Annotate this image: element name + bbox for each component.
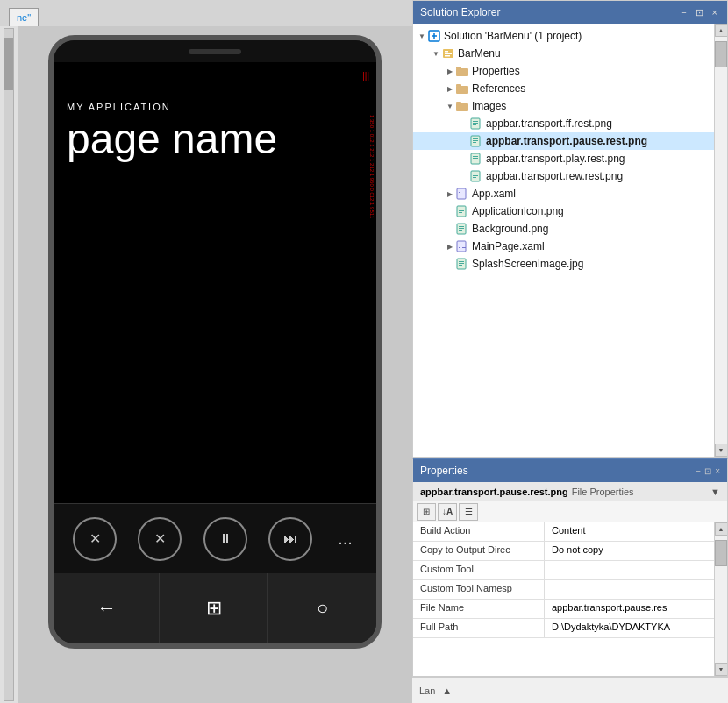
tree-arrow-solution[interactable]: ▼	[417, 32, 427, 40]
svg-rect-32	[459, 212, 462, 213]
tree-item-img4[interactable]: appbar.transport.rew.rest.png	[413, 167, 714, 185]
prop-row-3[interactable]: Custom Tool Namesp	[413, 580, 714, 600]
nav-back-btn[interactable]: ←	[54, 573, 160, 643]
prop-value-4[interactable]: appbar.transport.pause.res	[545, 600, 714, 618]
prop-scroll-thumb[interactable]	[715, 540, 727, 566]
appbar-btn-skip[interactable]: ⏭	[268, 517, 312, 561]
svg-rect-16	[473, 138, 478, 139]
tree-item-img2[interactable]: appbar.transport.pause.rest.png	[413, 132, 714, 150]
skip-icon: ⏭	[283, 531, 297, 547]
tree-item-appxaml[interactable]: ▶ App.xaml	[413, 185, 714, 202]
prop-name-4: File Name	[413, 600, 545, 618]
nav-home-btn[interactable]: ⊞	[162, 573, 268, 643]
prop-value-3[interactable]	[545, 580, 714, 599]
tree-label-references: References	[472, 82, 525, 95]
tree-item-references[interactable]: ▶ References	[413, 80, 714, 97]
tree-item-mainpage[interactable]: ▶ MainPage.xaml	[413, 238, 714, 255]
solution-explorer-title: Solution Explorer	[420, 6, 500, 18]
scroll-up-btn[interactable]: ▲	[715, 24, 728, 37]
tree-item-splash[interactable]: SplashScreenImage.jpg	[413, 255, 714, 273]
bottom-arrow[interactable]: ▲	[442, 685, 452, 696]
prop-row-1[interactable]: Copy to Output DirecDo not copy	[413, 542, 714, 561]
tree-item-img1[interactable]: appbar.transport.ff.rest.png	[413, 115, 714, 132]
svg-rect-34	[459, 226, 464, 227]
prop-scroll-track[interactable]	[715, 536, 727, 663]
nav-search-btn[interactable]: ○	[270, 573, 375, 643]
tree-item-properties[interactable]: ▶ Properties	[413, 62, 714, 80]
svg-rect-4	[445, 55, 450, 57]
tree-icon-img2	[469, 134, 483, 148]
scrollbar-thumb[interactable]	[4, 38, 13, 90]
partial-tab[interactable]: ne"	[9, 8, 39, 26]
prop-row-5[interactable]: Full PathD:\Dydaktyka\DYDAKTYKA	[413, 619, 714, 638]
bottom-label: Lan	[419, 685, 435, 696]
prop-value-1[interactable]: Do not copy	[545, 542, 714, 560]
tree-label-mainpage: MainPage.xaml	[472, 240, 545, 252]
tree-icon-splash	[455, 257, 469, 271]
scrollbar-track[interactable]	[4, 28, 14, 701]
phone-status-bar: |||	[54, 62, 376, 89]
prop-dock-icon[interactable]: ⊡	[704, 466, 711, 476]
tree-item-appicon[interactable]: ApplicationIcon.png	[413, 202, 714, 220]
tree-arrow-references[interactable]: ▶	[445, 85, 455, 93]
phone-appbar: ✕ ✕ ⏸ ⏭ ...	[54, 503, 376, 573]
appbar-btn-delete[interactable]: ✕	[138, 517, 182, 561]
appbar-more-btn[interactable]: ...	[333, 524, 357, 553]
scroll-thumb[interactable]	[715, 41, 727, 67]
status-icons: |||	[362, 71, 369, 81]
close-btn[interactable]: ×	[710, 6, 720, 18]
file-props-dropdown[interactable]: ▼	[710, 486, 720, 497]
prop-value-2[interactable]	[545, 561, 714, 579]
tree-item-background[interactable]: Background.png	[413, 220, 714, 238]
properties-scrollbar[interactable]: ▲ ▼	[714, 522, 727, 676]
scroll-down-btn[interactable]: ▼	[715, 444, 728, 457]
svg-rect-26	[473, 177, 476, 178]
properties-grid: Build ActionContentCopy to Output DirecD…	[413, 522, 714, 676]
tree-item-solution[interactable]: ▼ Solution 'BarMenu' (1 project)	[413, 27, 714, 45]
back-icon: ←	[97, 597, 117, 620]
properties-panel: Properties − ⊡ × appbar.transport.pause.…	[412, 458, 728, 677]
phone-mockup: ||| MY APPLICATION page name 1 350 1 012…	[18, 26, 412, 703]
prop-row-2[interactable]: Custom Tool	[413, 561, 714, 580]
prop-row-4[interactable]: File Nameappbar.transport.pause.res	[413, 600, 714, 619]
tree-arrow-images[interactable]: ▼	[445, 103, 455, 110]
phone-app-title: MY APPLICATION	[67, 102, 363, 112]
prop-value-5[interactable]: D:\Dydaktyka\DYDAKTYKA	[545, 619, 714, 637]
tree-item-images[interactable]: ▼ Images	[413, 97, 714, 115]
prop-close-icon[interactable]: ×	[715, 466, 720, 476]
svg-rect-7	[456, 86, 468, 94]
tree-arrow-appxaml[interactable]: ▶	[445, 190, 455, 198]
svg-rect-22	[473, 160, 476, 160]
svg-rect-41	[459, 263, 464, 264]
prop-value-0[interactable]: Content	[545, 522, 714, 541]
svg-rect-37	[457, 241, 466, 252]
solution-tree[interactable]: ▼ Solution 'BarMenu' (1 project)▼ BarMen…	[413, 24, 714, 457]
svg-rect-3	[445, 53, 452, 55]
solution-scrollbar[interactable]: ▲ ▼	[714, 24, 727, 457]
prop-row-0[interactable]: Build ActionContent	[413, 522, 714, 542]
pin-btn[interactable]: −	[678, 6, 689, 18]
svg-rect-40	[459, 261, 464, 262]
phone-top	[54, 40, 376, 62]
appbar-btn-cancel[interactable]: ✕	[73, 517, 117, 561]
prop-scroll-up[interactable]: ▲	[715, 522, 728, 536]
svg-rect-31	[459, 210, 464, 211]
appbar-btn-pause[interactable]: ⏸	[203, 517, 247, 561]
auto-hide-btn[interactable]: ⊡	[693, 6, 706, 19]
prop-pin-icon[interactable]: −	[696, 466, 701, 476]
properties-title: Properties	[420, 465, 468, 477]
scrollbar[interactable]	[0, 26, 18, 703]
tree-arrow-project[interactable]: ▼	[431, 50, 441, 58]
alphabetical-btn[interactable]: ↓A	[438, 503, 457, 521]
tree-arrow-mainpage[interactable]: ▶	[445, 243, 455, 251]
prop-scroll-down[interactable]: ▼	[715, 663, 728, 676]
tree-item-project[interactable]: ▼ BarMenu	[413, 45, 714, 62]
tree-arrow-properties[interactable]: ▶	[445, 67, 455, 75]
properties-list-btn[interactable]: ☰	[459, 503, 478, 521]
scroll-track[interactable]	[715, 37, 727, 444]
categorized-btn[interactable]: ⊞	[417, 503, 436, 521]
tree-item-img3[interactable]: appbar.transport.play.rest.png	[413, 150, 714, 167]
svg-rect-9	[456, 103, 468, 111]
svg-rect-24	[473, 174, 478, 174]
tree-label-img4: appbar.transport.rew.rest.png	[486, 170, 623, 182]
